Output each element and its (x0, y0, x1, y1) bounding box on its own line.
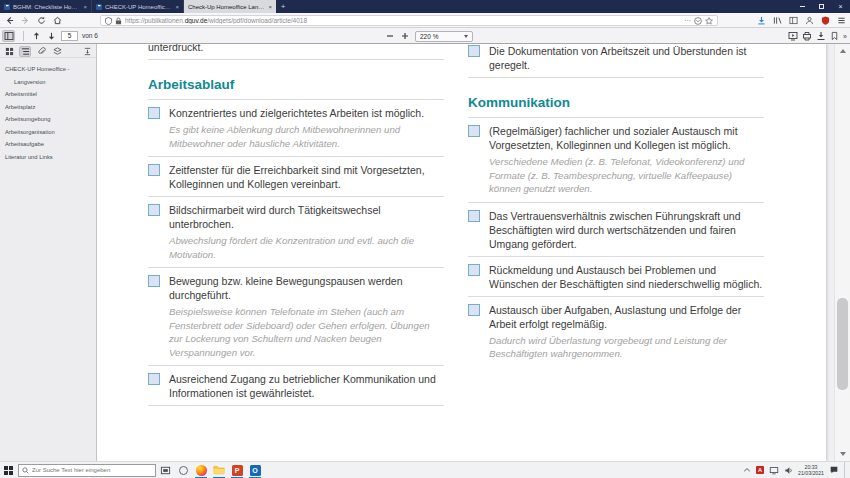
thumbnails-view-icon[interactable] (3, 46, 15, 57)
tray-expand-icon[interactable] (743, 467, 751, 473)
adblock-shield-icon[interactable] (821, 16, 830, 25)
navbar-right-icons (757, 13, 846, 28)
tab-close-icon[interactable]: × (175, 4, 179, 10)
network-display-icon[interactable] (769, 466, 779, 475)
bookmark-star-icon[interactable] (705, 17, 713, 25)
taskbar-file-explorer[interactable] (210, 462, 228, 478)
search-icon (22, 467, 29, 474)
outline-view-icon[interactable] (19, 46, 31, 57)
form-checkbox[interactable] (468, 210, 480, 222)
current-view-bookmark-icon[interactable] (830, 31, 839, 41)
divider (468, 77, 764, 78)
home-icon[interactable] (50, 14, 64, 27)
outline-item[interactable]: CHECK-UP Homeoffice - Langversion (5, 63, 93, 88)
divider (468, 296, 764, 297)
toolbar-divider (23, 31, 24, 41)
form-checkbox[interactable] (468, 125, 480, 137)
show-desktop-button[interactable] (844, 462, 846, 478)
more-tools-icon[interactable]: » (843, 33, 847, 40)
chevron-down-icon (464, 35, 468, 38)
speaker-icon[interactable] (784, 466, 793, 475)
outline-item[interactable]: Arbeitsorganisation (5, 126, 93, 139)
vertical-scrollbar[interactable] (834, 44, 850, 461)
maximize-button[interactable] (812, 0, 831, 13)
form-checkbox[interactable] (148, 373, 160, 385)
taskbar-firefox[interactable] (192, 462, 210, 478)
tab-checkup-homeoffice[interactable]: CHECK-UP Homeoffice - Lang... × (92, 0, 184, 13)
action-center-icon[interactable] (829, 465, 839, 475)
tab-langversion-active[interactable]: Check-Up Homeoffice Langversion × (184, 0, 276, 13)
previous-page-icon[interactable] (30, 30, 43, 42)
new-tab-button[interactable]: + (276, 0, 290, 13)
scroll-down-icon[interactable] (840, 452, 846, 456)
section-heading-kommunikation: Kommunikation (468, 94, 764, 112)
toggle-sidebar-icon[interactable] (2, 30, 15, 42)
taskbar-outlook[interactable]: O (246, 462, 264, 478)
outline-item[interactable]: Literatur und Links (5, 151, 93, 164)
attachments-icon[interactable] (35, 46, 47, 57)
scrollbar-thumb[interactable] (837, 298, 848, 390)
sidebar-tools (0, 44, 96, 58)
item-text: Bewegung bzw. kleine Bewegungspausen wer… (169, 274, 444, 302)
url-bar[interactable]: https://publikationen.dguv.de/widgets/pd… (100, 15, 718, 26)
form-checkbox[interactable] (148, 204, 160, 216)
form-checkbox[interactable] (468, 264, 480, 276)
start-button[interactable] (0, 462, 16, 478)
forward-button[interactable] (18, 14, 32, 27)
search-input[interactable] (32, 467, 152, 473)
sidebars-icon[interactable] (789, 16, 798, 25)
form-checkbox[interactable] (148, 107, 160, 119)
item-note: Dadurch wird Überlastung vorgebeugt und … (489, 334, 764, 361)
zoom-select[interactable]: 220 % (415, 31, 473, 42)
item-note: Verschiedene Medien (z. B. Telefonat, Vi… (489, 155, 764, 196)
tab-title: Check-Up Homeoffice Langversion (188, 4, 265, 10)
menu-hamburger-icon[interactable] (837, 16, 846, 25)
task-view-button[interactable] (156, 462, 174, 478)
form-checkbox[interactable] (148, 164, 160, 176)
account-icon[interactable] (805, 16, 814, 25)
outline-item[interactable]: Arbeitsplatz (5, 101, 93, 114)
tab-bghm-checkliste[interactable]: BGHM: Checkliste Homeoffice × (0, 0, 92, 13)
page-actions-icon[interactable]: ⋯ (684, 17, 691, 25)
next-page-icon[interactable] (45, 30, 58, 42)
pocket-icon[interactable] (694, 17, 702, 25)
bghm-favicon-icon (4, 4, 10, 10)
cortana-button[interactable] (174, 462, 192, 478)
divider (148, 156, 444, 157)
tab-close-icon[interactable]: × (268, 4, 272, 10)
zoom-in-icon[interactable] (398, 30, 411, 42)
divider (468, 117, 764, 118)
zoom-value: 220 % (420, 33, 438, 40)
layers-icon[interactable] (51, 46, 63, 57)
zoom-out-icon[interactable] (383, 30, 396, 42)
tab-close-icon[interactable]: × (83, 4, 87, 10)
taskbar-powerpoint[interactable]: P (228, 462, 246, 478)
pdf-sidebar: CHECK-UP Homeoffice - Langversion Arbeit… (0, 44, 97, 461)
item-text: Rückmeldung und Austausch bei Problemen … (489, 263, 764, 291)
taskbar-clock[interactable]: 20:33 21/03/2021 (798, 464, 824, 476)
outline-item[interactable]: Arbeitsaufgabe (5, 138, 93, 151)
print-icon[interactable] (802, 31, 812, 41)
page-number-input[interactable] (61, 31, 78, 41)
outline-item[interactable]: Arbeitsmittel (5, 88, 93, 101)
back-button[interactable] (2, 14, 16, 27)
scroll-up-icon[interactable] (840, 49, 846, 53)
download-icon[interactable] (816, 31, 826, 41)
reload-icon[interactable] (34, 14, 48, 27)
minimize-button[interactable] (793, 0, 812, 13)
form-checkbox[interactable] (468, 304, 480, 316)
taskbar-search[interactable] (18, 464, 156, 477)
library-icon[interactable] (773, 16, 782, 25)
taskbar: P O A 20:33 21/03/2021 (0, 461, 850, 478)
outline-item[interactable]: Arbeitsumgebung (5, 113, 93, 126)
current-outline-item-icon[interactable] (81, 46, 93, 57)
form-checkbox[interactable] (468, 45, 480, 57)
downloads-icon[interactable] (757, 16, 766, 25)
item-text: Das Vertrauensverhältnis zwischen Führun… (489, 209, 764, 251)
form-checkbox[interactable] (148, 275, 160, 287)
adobe-tray-icon[interactable]: A (756, 466, 764, 474)
close-window-button[interactable]: × (831, 0, 850, 13)
item-text: Die Dokumentation von Arbeitszeit und Üb… (489, 44, 764, 72)
checklist-item: Zeitfenster für die Erreichbarkeit sind … (148, 163, 444, 191)
presentation-mode-icon[interactable] (788, 31, 798, 41)
